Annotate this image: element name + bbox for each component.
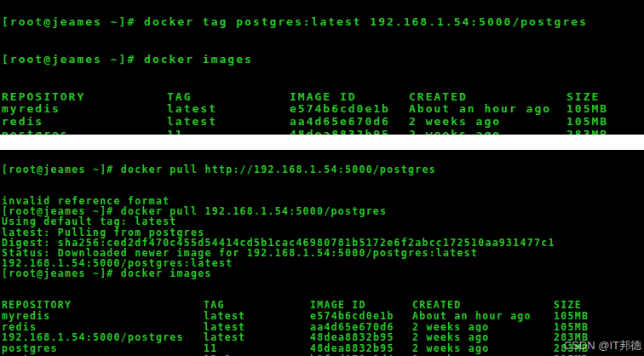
docker-images-table-bottom: REPOSITORYTAGIMAGE IDCREATEDSIZEmyredisl… <box>2 300 644 356</box>
table-header-cell: IMAGE ID <box>290 91 409 104</box>
docker-pull-output: invalid reference format[root@jeames ~]#… <box>2 196 644 279</box>
table-cell: aa4d65e670d6 <box>310 322 412 333</box>
table-cell: 48dea8832b95 <box>290 129 409 135</box>
command-line-docker-images: [root@jeames ~]# docker images <box>2 54 644 66</box>
table-row: redislatestaa4d65e670d62 weeks ago105MB <box>2 322 644 333</box>
table-cell: latest <box>204 311 310 322</box>
table-cell: 105MB <box>566 116 643 129</box>
clipped-terminal-line: [root@jeames ~]# docker tag postgres:lat… <box>2 16 644 29</box>
table-cell: redis <box>2 322 204 333</box>
terminal-window-bottom[interactable]: [root@jeames ~]# docker pull http://192.… <box>0 150 644 356</box>
table-cell: 48dea8832b95 <box>310 343 412 354</box>
screenshot-root: { "colors": { "terminal_background": "#0… <box>0 0 644 356</box>
table-header-row: REPOSITORYTAGIMAGE IDCREATEDSIZE <box>2 300 644 311</box>
table-cell: 2 weeks ago <box>412 343 554 354</box>
table-cell: e574b6cd0e1b <box>290 103 409 116</box>
table-cell: redis <box>2 116 167 129</box>
table-header-cell: TAG <box>204 300 310 311</box>
table-cell: postgres <box>2 343 204 354</box>
table-cell: latest <box>167 116 290 129</box>
table-row: myredislateste574b6cd0e1bAbout an hour a… <box>2 103 644 116</box>
terminal-window-top[interactable]: [root@jeames ~]# docker tag postgres:lat… <box>0 0 644 135</box>
table-cell: 2 weeks ago <box>409 116 566 129</box>
csdn-watermark: CSDN @IT邦德 <box>564 338 641 353</box>
table-header-cell: REPOSITORY <box>2 300 204 311</box>
table-cell: 11 <box>167 129 290 135</box>
table-header-cell: CREATED <box>412 300 554 311</box>
table-header-cell: SIZE <box>554 300 643 311</box>
table-header-cell: IMAGE ID <box>310 300 412 311</box>
table-cell: 48dea8832b95 <box>310 332 412 343</box>
table-cell: 105MB <box>566 103 643 116</box>
terminal-line: [root@jeames ~]# docker images <box>2 268 644 278</box>
docker-images-table-top: REPOSITORYTAGIMAGE IDCREATEDSIZEmyredisl… <box>2 91 644 135</box>
table-cell: 11 <box>204 343 310 354</box>
table-cell: myredis <box>2 103 167 116</box>
table-header-cell: TAG <box>167 91 290 104</box>
table-header-cell: CREATED <box>409 91 566 104</box>
table-cell: latest <box>167 103 290 116</box>
table-row: postgres1148dea8832b952 weeks ago283MB <box>2 343 644 354</box>
table-cell: aa4d65e670d6 <box>290 116 409 129</box>
table-cell: myredis <box>2 311 204 322</box>
clipped-terminal-line: [root@jeames ~]# docker pull http://192.… <box>2 164 644 175</box>
table-cell: latest <box>204 322 310 333</box>
table-cell: latest <box>204 332 310 343</box>
table-row: 192.168.1.54:5000/postgreslatest48dea883… <box>2 332 644 343</box>
table-cell: 283MB <box>566 129 643 135</box>
table-header-row: REPOSITORYTAGIMAGE IDCREATEDSIZE <box>2 91 644 104</box>
table-cell: About an hour ago <box>409 103 566 116</box>
terminal-line: Using default tag: latest <box>2 216 644 227</box>
terminal-line: latest: Pulling from postgres <box>2 227 644 238</box>
table-row: postgres1148dea8832b952 weeks ago283MB <box>2 129 644 135</box>
table-header-cell: SIZE <box>566 91 643 104</box>
table-cell: 2 weeks ago <box>412 332 554 343</box>
table-cell: 2 weeks ago <box>409 129 566 135</box>
table-row: redislatestaa4d65e670d62 weeks ago105MB <box>2 116 644 129</box>
table-cell: postgres <box>2 129 167 135</box>
table-cell: 192.168.1.54:5000/postgres <box>2 332 204 343</box>
table-header-cell: REPOSITORY <box>2 91 167 104</box>
table-cell: e574b6cd0e1b <box>310 311 412 322</box>
table-cell: 105MB <box>554 311 643 322</box>
table-row: myredislateste574b6cd0e1bAbout an hour a… <box>2 311 644 322</box>
table-cell: 105MB <box>554 322 643 333</box>
table-cell: About an hour ago <box>412 311 554 322</box>
table-cell: 2 weeks ago <box>412 322 554 333</box>
